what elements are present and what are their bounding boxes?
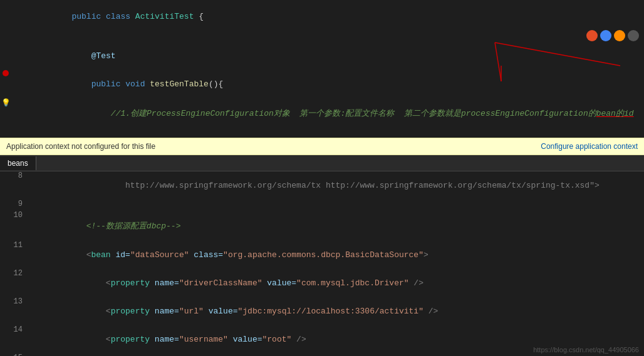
line-content xyxy=(28,200,643,209)
line-num-13: 13 xyxy=(10,297,28,306)
line-content: //1.创建ProcessEngineConfiguration对象 第一个参数… xyxy=(33,98,643,128)
xml-comment: <!--数据源配置dbcp--> xyxy=(66,221,180,231)
xml-tag: property xyxy=(111,307,150,316)
xml-line-8: 8 http://www.springframework.org/schema/… xyxy=(0,171,644,200)
xml-tag: property xyxy=(111,335,150,344)
bottom-panel: 8 http://www.springframework.org/schema/… xyxy=(0,171,644,356)
xml-attr: value= xyxy=(204,307,238,316)
xml-line-12: 12 <property name="driverClassName" valu… xyxy=(0,269,644,297)
line-content: public void testGenTable(){ xyxy=(33,70,643,98)
xml-attr: class= xyxy=(189,250,224,260)
code-line: 💡 //1.创建ProcessEngineConfiguration对象 第一个… xyxy=(0,98,644,128)
xml-line-9: 9 xyxy=(0,200,644,211)
line-num-12: 12 xyxy=(10,269,28,278)
xml-text: http://www.springframework.org/schema/tx… xyxy=(66,181,599,190)
xml-tag: property xyxy=(111,278,150,288)
xml-val: "dataSource" xyxy=(130,250,189,260)
xml-attr: value= xyxy=(262,278,297,288)
browser-icons xyxy=(586,30,639,41)
top-panel: public class ActivitiTest { @Test pub xyxy=(0,0,644,138)
chrome-icon xyxy=(600,30,611,41)
xml-attr: name= xyxy=(150,278,179,288)
xml-val: "root" xyxy=(262,335,292,344)
line-content: <property name="url" value="jdbc:mysql:/… xyxy=(28,297,643,325)
line-num-11: 11 xyxy=(10,241,28,250)
xml-val: "url" xyxy=(179,307,204,316)
notification-bar: Application context not configured for t… xyxy=(0,138,644,155)
firefox-icon xyxy=(586,30,598,41)
classname: ActivitiTest xyxy=(135,12,194,21)
xml-val: "org.apache.commons.dbcp.BasicDataSource… xyxy=(223,250,423,260)
xml-val: "com.mysql.jdbc.Driver" xyxy=(296,278,408,288)
gutter xyxy=(1,70,10,76)
code-line: ProcessEngineConfiguration configuration… xyxy=(0,128,644,138)
xml-val: "driverClassName" xyxy=(179,278,262,288)
safari-icon xyxy=(628,30,639,41)
tab-bar: beans xyxy=(0,155,644,171)
xml-attr: name= xyxy=(150,335,179,344)
xml-attr: name= xyxy=(150,307,179,316)
line-num-8: 8 xyxy=(10,171,28,180)
xml-attr: id= xyxy=(111,250,130,260)
xml-bracket: < xyxy=(66,278,110,288)
xml-val: "jdbc:mysql://localhost:3306/activiti" xyxy=(238,307,423,316)
code-line: @Test xyxy=(0,42,644,70)
comment: //1.创建ProcessEngineConfiguration对象 第一个参数… xyxy=(71,109,596,118)
line-num-10: 10 xyxy=(10,211,28,220)
line-content: public class ActivitiTest { xyxy=(33,3,643,31)
xml-bracket: /> xyxy=(409,278,423,288)
xml-bracket: /> xyxy=(291,335,306,344)
line-content: ProcessEngineConfiguration configuration… xyxy=(33,128,643,138)
line-content xyxy=(33,31,643,40)
code-line xyxy=(0,31,644,42)
xml-bracket: < xyxy=(66,250,91,260)
xml-bracket: > xyxy=(423,250,428,260)
xml-bracket: < xyxy=(66,335,110,344)
line-num-15: 15 xyxy=(10,353,28,356)
code-text: (){ xyxy=(209,79,223,89)
keyword: public void xyxy=(71,79,150,89)
xml-line-11: 11 <bean id="dataSource" class="org.apac… xyxy=(0,241,644,269)
line-content: <property name="driverClassName" value="… xyxy=(28,269,643,297)
line-content: <bean id="dataSource" class="org.apache.… xyxy=(28,241,643,269)
xml-line-13: 13 <property name="url" value="jdbc:mysq… xyxy=(0,297,644,325)
notification-message: Application context not configured for t… xyxy=(6,142,155,151)
watermark: https://blog.csdn.net/qq_44905066 xyxy=(533,346,639,353)
configure-link[interactable]: Configure application context xyxy=(541,142,638,151)
keyword: public class xyxy=(71,12,135,21)
xml-tag: bean xyxy=(91,250,110,260)
xml-attr: value= xyxy=(228,335,262,344)
line-content: <property name="password" value="root" /… xyxy=(28,353,643,356)
comment-underline: bean的id xyxy=(596,109,634,118)
warning-icon: 💡 xyxy=(1,98,11,108)
method-name: testGenTable xyxy=(150,79,209,89)
xml-bracket: /> xyxy=(423,307,438,316)
editor-container: public class ActivitiTest { @Test pub xyxy=(0,0,644,356)
xml-val: "username" xyxy=(179,335,228,344)
line-content: @Test xyxy=(33,42,643,70)
breakpoint-icon xyxy=(3,70,9,76)
line-content: <!--数据源配置dbcp--> xyxy=(28,211,643,241)
ie-icon xyxy=(614,30,625,41)
line-content: http://www.springframework.org/schema/tx… xyxy=(28,171,643,200)
xml-line-15: 15 <property name="password" value="root… xyxy=(0,353,644,356)
gutter: 💡 xyxy=(1,98,10,108)
xml-line-10: 10 <!--数据源配置dbcp--> xyxy=(0,211,644,241)
tab-beans[interactable]: beans xyxy=(0,156,36,170)
code-line: public void testGenTable(){ xyxy=(0,70,644,98)
code-text: { xyxy=(194,12,204,21)
line-num-14: 14 xyxy=(10,325,28,334)
line-num-9: 9 xyxy=(10,200,28,208)
xml-bracket: < xyxy=(66,307,110,316)
code-line: public class ActivitiTest { xyxy=(0,3,644,31)
annotation: @Test xyxy=(71,51,115,61)
